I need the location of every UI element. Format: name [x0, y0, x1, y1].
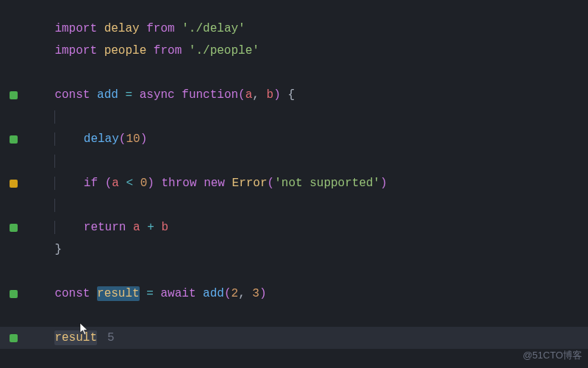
code-line[interactable]: delay(10): [0, 128, 588, 150]
code-line[interactable]: [0, 150, 588, 172]
gutter: [0, 91, 26, 99]
code-content: [26, 106, 588, 128]
code-editor[interactable]: import delay from './delay' import peopl…: [0, 0, 588, 368]
code-content: import people from './people': [26, 40, 588, 62]
code-line[interactable]: const result = await add(2, 3): [0, 283, 588, 305]
code-content: result5: [26, 327, 588, 349]
code-content: }: [26, 238, 588, 261]
coverage-marker-icon: [10, 224, 18, 232]
coverage-marker-icon: [10, 334, 18, 342]
code-line[interactable]: [0, 194, 588, 216]
code-content: [26, 194, 588, 216]
code-line[interactable]: if (a < 0) throw new Error('not supporte…: [0, 172, 588, 194]
inline-value: 5: [107, 331, 115, 344]
coverage-marker-icon: [10, 91, 18, 99]
code-line[interactable]: return a + b: [0, 216, 588, 238]
code-line[interactable]: import people from './people': [0, 40, 588, 62]
code-content: return a + b: [26, 216, 588, 238]
code-line[interactable]: }: [0, 238, 588, 261]
gutter: [0, 334, 26, 342]
code-line[interactable]: [0, 106, 588, 128]
gutter: [0, 180, 26, 188]
code-line[interactable]: [0, 62, 588, 84]
code-line[interactable]: import delay from './delay': [0, 18, 588, 40]
watermark: @51CTO博客: [523, 347, 582, 365]
coverage-marker-icon: [10, 290, 18, 298]
code-line[interactable]: [0, 261, 588, 283]
code-line[interactable]: [0, 349, 588, 368]
code-content: const result = await add(2, 3): [26, 283, 588, 305]
gutter: [0, 290, 26, 298]
coverage-marker-icon: [10, 135, 18, 144]
code-content: const add = async function(a, b) {: [26, 84, 588, 106]
gutter: [0, 224, 26, 232]
gutter: [0, 135, 26, 144]
code-content: if (a < 0) throw new Error('not supporte…: [26, 172, 588, 194]
code-line[interactable]: const add = async function(a, b) {: [0, 84, 588, 106]
code-line[interactable]: [0, 305, 588, 327]
code-content: [26, 150, 588, 172]
code-line[interactable]: result5: [0, 327, 588, 349]
code-content: delay(10): [26, 128, 588, 150]
code-content: import delay from './delay': [26, 18, 588, 40]
coverage-marker-icon: [10, 180, 18, 188]
